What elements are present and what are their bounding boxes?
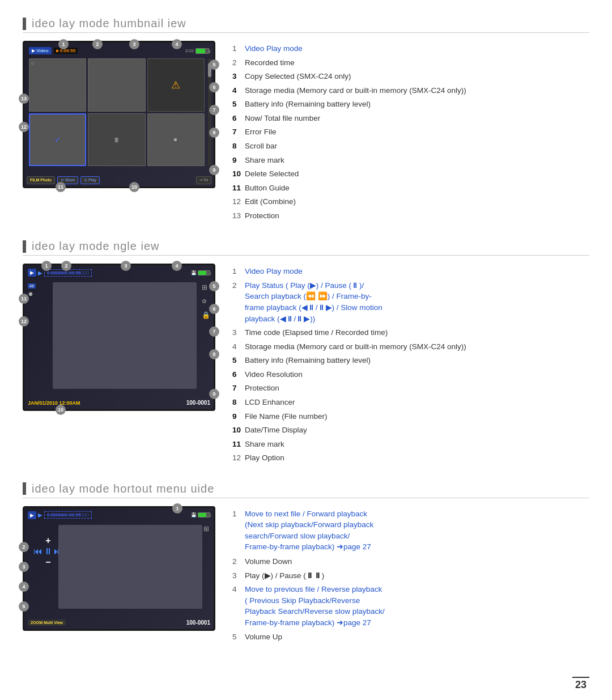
thumb-cell-1: ○ bbox=[29, 58, 86, 112]
section-title-2: ideo lay mode ngle iew bbox=[32, 240, 159, 253]
section-title-bar-2: ideo lay mode ngle iew bbox=[23, 240, 589, 256]
section-title-3: ideo lay mode hortout menu uide bbox=[32, 482, 214, 495]
item-sc-2: 2 Volume Down bbox=[232, 556, 589, 567]
sc-video-area bbox=[58, 525, 202, 609]
sc-filename: 100-0001 bbox=[186, 620, 210, 626]
callout-11: 11 bbox=[56, 182, 66, 192]
thumb-cell-2 bbox=[88, 58, 145, 112]
item-thumb-1: 1 Video Play mode bbox=[232, 43, 589, 54]
item-sc-3: 3 Play (▶) / Pause (⏸⏸) bbox=[232, 570, 589, 582]
item-thumb-7: 7 Error File bbox=[232, 126, 589, 138]
video-mode-btn: ▶Video bbox=[29, 47, 52, 54]
callout-7: 7 bbox=[209, 105, 219, 115]
item-sv-6: 6 Video Resolution bbox=[232, 369, 589, 380]
sc-play-icon: ▶ bbox=[38, 512, 42, 518]
callout-9: 9 bbox=[209, 165, 219, 175]
sc-callout-5: 5 bbox=[19, 601, 29, 612]
section-title-bar-1: ideo lay mode humbnail iew bbox=[23, 17, 589, 33]
item-sv-1: 1 Video Play mode bbox=[232, 266, 589, 277]
thumbnail-grid: ○ ⚠ ✓ 🗑 ⏺ bbox=[29, 58, 205, 166]
sv-bottom-bar: JAN/01/2010 12:00AM 100-0001 bbox=[28, 400, 210, 406]
sv-icon-protect: 🔒 bbox=[202, 311, 210, 319]
sc-minus-icon: − bbox=[45, 558, 50, 567]
sv-mode-icon: ▶ bbox=[28, 269, 36, 277]
accent-bar-3 bbox=[23, 482, 26, 495]
sv-callout-11: 11 bbox=[19, 294, 29, 304]
sv-play-indicator: ▶ bbox=[38, 270, 42, 276]
sc-callout-4: 4 bbox=[19, 582, 29, 592]
item-thumb-3: 3 Copy Selected (SMX-C24 only) bbox=[232, 71, 589, 82]
item-sv-11: 11 Share mark bbox=[232, 439, 589, 450]
item-sv-8: 8 LCD Enhancer bbox=[232, 397, 589, 408]
item-thumb-9: 9 Share mark bbox=[232, 155, 589, 166]
callout-3: 3 bbox=[129, 39, 139, 49]
callout-5: 5 bbox=[209, 60, 219, 70]
sc-prev-icon: ⏮ bbox=[33, 546, 42, 557]
item-sc-4: 4 Move to previous file / Reverse playba… bbox=[232, 584, 589, 628]
sc-plus-icon: + bbox=[45, 536, 50, 545]
sv-top-bar: ▶ ▶ 0:00000/0:00:55□□□ 💾 bbox=[28, 269, 210, 277]
sc-mode-icon: ▶ bbox=[28, 511, 36, 519]
thumb-bottom-bar: FILM Photo ⊙ Move ⊙ Play ⏎ IN bbox=[27, 176, 211, 184]
item-thumb-11: 11 Button Guide bbox=[232, 183, 589, 194]
item-sv-12: 12 Play Option bbox=[232, 452, 589, 464]
sv-memory-icon: 💾 bbox=[191, 270, 197, 275]
callout-6: 6 bbox=[209, 82, 219, 92]
sc-timecode: 0:00000/0:00:55□□□ bbox=[44, 511, 92, 519]
sv-callout-6: 6 bbox=[209, 304, 219, 314]
single-view-screen: 1 2 3 4 5 6 7 8 9 10 11 12 ▶ ▶ 0:00000/0… bbox=[23, 264, 215, 411]
callout-2: 2 bbox=[92, 39, 103, 49]
thumb-cell-3: ⚠ bbox=[147, 58, 205, 112]
item-thumb-8: 8 Scroll bar bbox=[232, 141, 589, 152]
thumb-cell-6: ⏺ bbox=[147, 113, 205, 167]
callout-8: 8 bbox=[209, 128, 219, 138]
thumbnail-items-list: 1 Video Play mode 2 Recorded time 3 Copy… bbox=[232, 41, 589, 224]
sc-callout-1: 1 bbox=[172, 503, 182, 514]
callout-13: 13 bbox=[19, 94, 29, 104]
battery-display bbox=[196, 48, 209, 54]
item-sv-7: 7 Protection bbox=[232, 383, 589, 394]
thumb-cell-4: ✓ bbox=[29, 113, 86, 167]
sv-callout-10: 10 bbox=[56, 405, 66, 415]
item-sv-3: 3 Time code (Elapsed time / Recorded tim… bbox=[232, 327, 589, 338]
sv-datetime: JAN/01/2010 12:00AM bbox=[28, 400, 80, 406]
btn-play: ⊙ Play bbox=[80, 176, 100, 184]
file-count: 1/10 bbox=[185, 48, 194, 53]
sv-battery bbox=[198, 270, 210, 275]
item-thumb-6: 6 Now/ Total file number bbox=[232, 113, 589, 124]
sv-filename: 100-0001 bbox=[186, 400, 210, 406]
accent-bar-2 bbox=[23, 240, 26, 253]
sv-callout-12: 12 bbox=[19, 316, 29, 326]
thumb-cell-5: 🗑 bbox=[88, 113, 145, 167]
callout-4: 4 bbox=[172, 39, 182, 49]
sc-bottom-bar: ZOOM Multi View 100-0001 bbox=[28, 620, 210, 626]
item-thumb-5: 5 Battery info (Remaining battery level) bbox=[232, 99, 589, 110]
btn-photo: FILM Photo bbox=[27, 176, 55, 184]
item-thumb-4: 4 Storage media (Memory card or built-in… bbox=[232, 85, 589, 96]
thumbnail-screen: 1 2 3 4 5 6 7 8 9 10 11 12 13 ▶Video ■ 0… bbox=[23, 41, 215, 188]
item-sc-5: 5 Volume Up bbox=[232, 631, 589, 643]
item-thumb-2: 2 Recorded time bbox=[232, 57, 589, 69]
item-sv-10: 10 Date/Time Display bbox=[232, 425, 589, 436]
page-wrapper: ideo lay mode humbnail iew 1 2 3 4 5 6 7… bbox=[0, 0, 612, 678]
item-sv-9: 9 File Name (File number) bbox=[232, 411, 589, 422]
item-sv-5: 5 Battery info (Remaining battery level) bbox=[232, 355, 589, 366]
sv-callout-5: 5 bbox=[209, 281, 219, 291]
sv-callout-7: 7 bbox=[209, 326, 219, 337]
sv-icon-settings: ⚙ bbox=[202, 298, 210, 304]
section-thumbnail: ideo lay mode humbnail iew 1 2 3 4 5 6 7… bbox=[23, 17, 589, 224]
sc-callout-3: 3 bbox=[19, 562, 29, 572]
sc-callout-2: 2 bbox=[19, 542, 29, 552]
callout-10: 10 bbox=[129, 182, 139, 192]
item-sv-2: 2 Play Status ( Play (▶) / Pause (⏸)/ Se… bbox=[232, 280, 589, 324]
accent-bar-1 bbox=[23, 18, 26, 30]
single-items-list: 1 Video Play mode 2 Play Status ( Play (… bbox=[232, 264, 589, 466]
item-thumb-13: 13 Protection bbox=[232, 210, 589, 222]
sv-share-icon: ⏺ bbox=[28, 291, 36, 297]
section-content-3: 1 2 3 4 5 ▶ ▶ 0:00000/0:00:55□□□ 💾 bbox=[23, 506, 589, 646]
btn-in: ⏎ IN bbox=[196, 176, 211, 184]
sc-battery bbox=[198, 512, 210, 517]
sv-all-icon: All bbox=[28, 283, 36, 289]
section-title-1: ideo lay mode humbnail iew bbox=[32, 17, 186, 30]
sv-video-area bbox=[53, 282, 197, 389]
